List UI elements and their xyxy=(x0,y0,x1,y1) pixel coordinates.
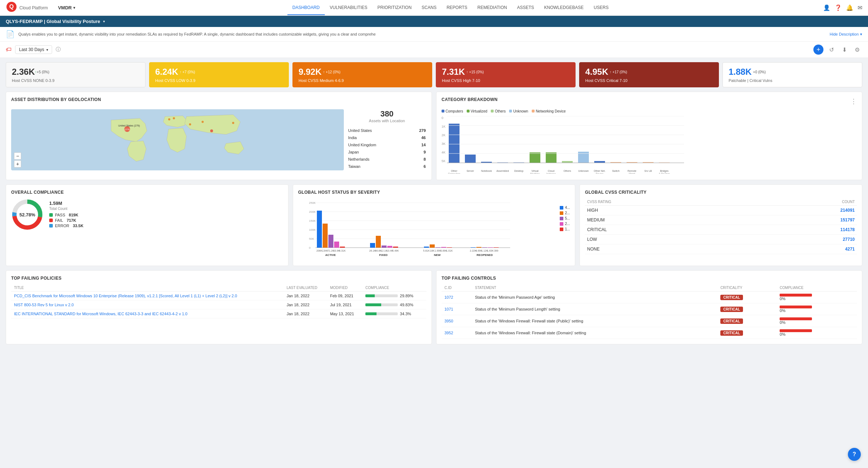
policy-link-1[interactable]: PCD_CIS Benchmark for Microsoft Windows … xyxy=(14,294,237,298)
svg-text:United States (279): United States (279) xyxy=(118,124,140,127)
svg-rect-73 xyxy=(334,242,339,248)
cid-3950[interactable]: 3950 xyxy=(444,319,453,323)
stat-card-high[interactable]: 7.31K ↑ +15 (0%) Host CVSS High 7-10 xyxy=(436,62,576,87)
svg-text:Remote: Remote xyxy=(628,170,637,172)
chevron-down-icon: ▾ xyxy=(860,32,862,37)
control-row-3: 3950 Status of the 'Windows Firewall: Fi… xyxy=(442,315,857,327)
date-range-selector[interactable]: Last 30 Days ▾ xyxy=(15,45,52,54)
category-title: CATEGORY BREAKDOWN xyxy=(442,97,498,102)
mail-icon[interactable]: ✉ xyxy=(858,4,862,11)
svg-text:FIXED: FIXED xyxy=(379,253,388,257)
svg-text:150K: 150K xyxy=(309,219,316,222)
nav-vulnerabilities[interactable]: VULNERABILITIES xyxy=(325,1,373,15)
location-row-nl: Netherlands8 xyxy=(348,156,426,162)
refresh-btn[interactable]: ↺ xyxy=(826,45,836,55)
zoom-minus-btn[interactable]: − xyxy=(14,152,21,160)
stat-label-low: Host CVSS LOW 0-3.9 xyxy=(155,78,283,83)
svg-rect-86 xyxy=(393,247,398,248)
stat-card-none[interactable]: 2.36K ↑ +5 (0%) Host CVSS NONE 0-3.9 xyxy=(6,62,146,87)
svg-rect-93 xyxy=(435,247,440,248)
panel-menu-icon[interactable]: ⋮ xyxy=(850,97,857,105)
info-icon[interactable]: ⓘ xyxy=(56,46,61,53)
ctrl-bar-3 xyxy=(780,317,812,320)
download-btn[interactable]: ⬇ xyxy=(839,45,849,55)
svg-text:Other: Other xyxy=(451,170,457,172)
dashboard-chevron[interactable]: ▾ xyxy=(103,19,105,23)
failing-policies-panel: TOP FAILING POLICIES TITLE LAST EVALUATE… xyxy=(6,270,432,344)
svg-point-5 xyxy=(210,129,213,132)
stat-card-patchable[interactable]: 1.88K +0 (0%) Patchable | Critical Vulns xyxy=(722,62,862,87)
nav-prioritization[interactable]: PRIORITIZATION xyxy=(372,1,416,15)
world-map: (279) United States (279) − + xyxy=(11,109,344,170)
legend-fail: FAIL 717K xyxy=(49,218,83,222)
compliance-title: OVERALL COMPLIANCE xyxy=(11,190,283,195)
svg-point-8 xyxy=(173,117,175,119)
svg-text:1.63K: 1.63K xyxy=(487,249,494,252)
cvss-row-critical: CRITICAL 114178 xyxy=(585,225,857,235)
stat-value-patchable: 1.88K xyxy=(729,67,752,77)
nav-users[interactable]: USERS xyxy=(589,1,614,15)
svg-text:5.49K: 5.49K xyxy=(392,249,399,252)
compliance-bar-1 xyxy=(365,294,398,297)
svg-rect-32 xyxy=(594,161,605,163)
settings-btn[interactable]: ⚙ xyxy=(852,45,862,55)
cvss-col-count: COUNT xyxy=(749,198,857,206)
nav-reports[interactable]: REPORTS xyxy=(442,1,472,15)
svg-text:Q: Q xyxy=(9,4,14,10)
logo: Q Cloud Platform xyxy=(6,1,48,14)
policy-row-2: NIST 800-53 Rev 5 for Linux v 2.0 Jan 18… xyxy=(11,300,426,309)
chevron-down-icon: ▾ xyxy=(73,6,75,10)
svg-text:50K: 50K xyxy=(309,237,314,240)
svg-text:18K: 18K xyxy=(430,249,434,252)
cid-1072[interactable]: 1072 xyxy=(444,295,453,299)
bell-icon[interactable]: 🔔 xyxy=(846,4,853,11)
tag-icon: 🏷 xyxy=(6,46,11,53)
control-row-1: 1072 Status of the 'Minimum Password Age… xyxy=(442,292,857,303)
asset-distribution-panel: ASSET DISTRIBUTION BY GEOLOCATION xyxy=(6,92,432,180)
ctrl-bar-4 xyxy=(780,329,812,332)
nav-scans[interactable]: SCANS xyxy=(417,1,442,15)
svg-rect-82 xyxy=(382,246,387,248)
policy-link-3[interactable]: IEC INTERNATIONAL STANDARD for Microsoft… xyxy=(14,312,188,316)
stat-label-none: Host CVSS NONE 0-3.9 xyxy=(12,78,139,83)
row-1: ASSET DISTRIBUTION BY GEOLOCATION xyxy=(0,92,868,184)
legend-computers: Computers xyxy=(442,109,463,113)
location-row-japan: Japan9 xyxy=(348,149,426,155)
asset-dist-title: ASSET DISTRIBUTION BY GEOLOCATION xyxy=(11,97,101,102)
host-status-content: 250K 200K 150K 100K 50K 0 206K xyxy=(298,198,570,261)
info-banner: 📄 Qualys enables you to get instant, dyn… xyxy=(0,27,868,42)
col-statement: STATEMENT xyxy=(472,284,717,292)
cid-1071[interactable]: 1071 xyxy=(444,307,453,311)
svg-text:Computers: Computers xyxy=(448,173,461,174)
svg-text:Unknown: Unknown xyxy=(578,170,588,172)
cvss-col-rating: CVSS RATING xyxy=(585,198,749,206)
host-legend: 4... 2... 5... 2... 1... xyxy=(560,206,570,261)
nav-knowledgebase[interactable]: KNOWLEDGEBASE xyxy=(539,1,589,15)
cid-3952[interactable]: 3952 xyxy=(444,331,453,335)
nav-remediation[interactable]: REMEDIATION xyxy=(472,1,512,15)
col-compliance-ctrl: COMPLIANCE xyxy=(777,284,857,292)
delta-medium: ↑ +12 (0%) xyxy=(323,70,341,74)
stat-card-medium[interactable]: 9.92K ↑ +12 (0%) Host CVSS Medium 4-6.9 xyxy=(292,62,432,87)
cvss-title: GLOBAL CVSS CRITICALITY xyxy=(585,190,857,195)
module-selector[interactable]: VMDR ▾ xyxy=(55,4,78,12)
hide-description-btn[interactable]: Hide Description ▾ xyxy=(830,32,862,37)
total-label: Total Count xyxy=(49,207,83,211)
legend-2b: 2... xyxy=(560,222,570,226)
compliance-bar-3 xyxy=(365,312,398,315)
svg-text:Server: Server xyxy=(467,170,474,172)
add-widget-btn[interactable]: + xyxy=(813,45,823,55)
stat-card-critical[interactable]: 4.95K ↑ +17 (0%) Host CVSS Critical 7-10 xyxy=(579,62,719,87)
nav-dashboard[interactable]: DASHBOARD xyxy=(287,1,325,15)
policy-link-2[interactable]: NIST 800-53 Rev 5 for Linux v 2.0 xyxy=(14,303,74,307)
legend-unknown: Unknown xyxy=(509,109,528,113)
svg-text:200K: 200K xyxy=(309,210,316,214)
zoom-plus-btn[interactable]: + xyxy=(14,160,21,168)
help-icon[interactable]: ❓ xyxy=(835,4,842,11)
nav-assets[interactable]: ASSETS xyxy=(512,1,539,15)
svg-text:Notebook: Notebook xyxy=(481,170,492,172)
stat-card-low[interactable]: 6.24K ↑ +7 (0%) Host CVSS LOW 0-3.9 xyxy=(149,62,289,87)
sub-nav: QLYS-FEDRAMP | Global Visibility Posture… xyxy=(0,16,868,27)
svg-text:0: 0 xyxy=(309,246,311,249)
user-icon[interactable]: 👤 xyxy=(823,4,830,11)
